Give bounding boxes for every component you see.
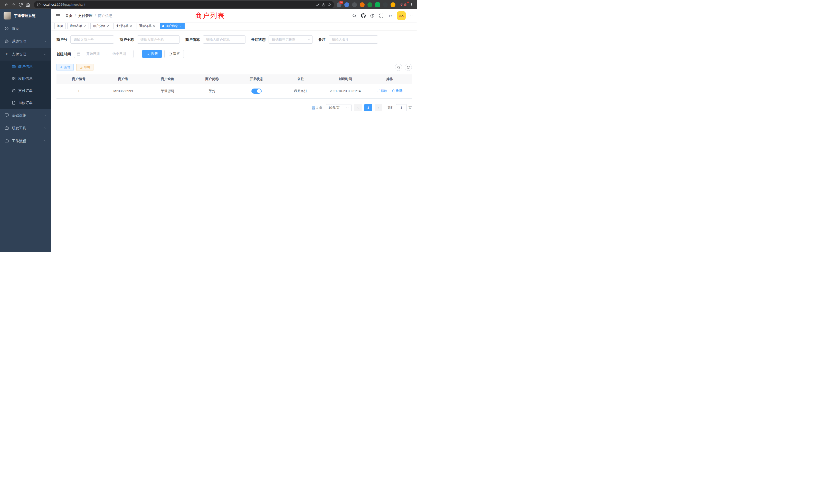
url-path: :1024/pay/merchant: [56, 3, 85, 6]
forward-button[interactable]: [10, 1, 17, 8]
extension-icon-8[interactable]: [391, 2, 395, 7]
browser-menu-button[interactable]: [409, 3, 414, 7]
breadcrumb-payment[interactable]: 支付管理: [78, 14, 92, 18]
share-icon[interactable]: [322, 3, 325, 6]
extension-icon-1[interactable]: 10: [337, 2, 342, 7]
sidebar-item-payment[interactable]: ¥ 支付管理: [0, 48, 51, 61]
hamburger-icon[interactable]: [56, 13, 61, 18]
caret-down-icon[interactable]: [410, 14, 413, 17]
grid-icon: [12, 77, 16, 81]
filter-label: 商户全称: [120, 38, 134, 42]
sidebar-item-app-info[interactable]: 应用信息: [0, 73, 51, 85]
key-icon[interactable]: [316, 3, 320, 6]
extension-icon-5[interactable]: [368, 2, 372, 7]
extension-icon-6[interactable]: [375, 2, 380, 7]
sidebar-item-label: 工作流程: [12, 139, 26, 143]
reload-button[interactable]: [17, 1, 24, 8]
chevron-down-icon: [346, 106, 349, 109]
sidebar-logo[interactable]: 芋道管理系统: [0, 9, 51, 22]
filter-label: 创建时间: [57, 52, 71, 56]
tab-process-form[interactable]: 流程表单: [67, 23, 89, 29]
close-icon[interactable]: [107, 25, 109, 27]
sidebar-item-dev-tools[interactable]: 研发工具: [0, 122, 51, 135]
extension-icon-2[interactable]: [344, 2, 349, 7]
sidebar-item-refund-order[interactable]: 退款订单: [0, 97, 51, 109]
export-button-label: 导出: [84, 65, 90, 70]
short-name-input[interactable]: [203, 36, 245, 44]
status-select[interactable]: [269, 36, 313, 44]
close-icon[interactable]: [130, 25, 132, 27]
page-size-select[interactable]: 10条/页: [326, 104, 352, 111]
edit-icon: [377, 89, 380, 92]
sidebar-item-merchant-info[interactable]: 商户信息: [0, 61, 51, 73]
reset-button[interactable]: 重置: [164, 50, 184, 58]
status-toggle[interactable]: [251, 89, 262, 94]
sidebar-item-system[interactable]: 系统管理: [0, 35, 51, 48]
current-page-button[interactable]: 1: [364, 104, 372, 111]
search-button-label: 搜索: [151, 51, 158, 56]
full-name-input[interactable]: [137, 36, 180, 44]
goto-page-input[interactable]: [396, 104, 407, 111]
fullscreen-icon[interactable]: [379, 13, 383, 18]
font-size-icon[interactable]: TT: [388, 13, 393, 18]
sidebar-item-label: 系统管理: [12, 39, 26, 44]
calendar-icon: [77, 52, 80, 56]
tab-refund-order[interactable]: 退款订单: [137, 23, 158, 29]
info-icon[interactable]: [37, 3, 41, 6]
delete-link[interactable]: 删除: [392, 89, 403, 93]
search-icon[interactable]: [352, 13, 357, 18]
bookmark-star-icon[interactable]: [327, 3, 331, 6]
tab-home[interactable]: 首页: [54, 23, 66, 29]
prev-page-button[interactable]: [354, 104, 362, 111]
create-time-range-picker[interactable]: 开始日期 - 结束日期: [74, 50, 133, 58]
export-button[interactable]: 导出: [76, 64, 93, 71]
sidebar-item-workflow[interactable]: 工作流程: [0, 135, 51, 147]
extension-icon-7[interactable]: [383, 2, 388, 7]
toolbox-icon: [5, 126, 9, 130]
plus-icon: [60, 66, 63, 69]
page-jumper: 前往 页: [388, 104, 412, 111]
sidebar-item-home[interactable]: 首页: [0, 22, 51, 35]
tab-user-group[interactable]: 用户分组: [90, 23, 112, 29]
tab-pay-order[interactable]: 支付订单: [113, 23, 135, 29]
refresh-table-button[interactable]: [405, 64, 412, 71]
app-title: 芋道管理系统: [14, 14, 36, 18]
refresh-icon: [407, 66, 410, 69]
breadcrumb-home[interactable]: 首页: [65, 14, 72, 18]
help-icon[interactable]: [370, 13, 375, 18]
search-button[interactable]: 搜索: [142, 50, 162, 58]
column-header: 操作: [368, 74, 412, 84]
add-button[interactable]: 新增: [57, 64, 74, 71]
tab-merchant-info[interactable]: 商户信息: [160, 23, 184, 29]
next-page-button[interactable]: [375, 104, 382, 111]
close-icon[interactable]: [179, 25, 182, 27]
tab-label: 首页: [57, 24, 63, 28]
gear-icon: [5, 39, 9, 43]
address-bar[interactable]: localhost:1024/pay/merchant: [34, 1, 334, 8]
tab-label: 退款订单: [139, 24, 152, 28]
close-icon[interactable]: [84, 25, 86, 27]
sidebar-item-label: 退款订单: [18, 100, 32, 105]
sidebar-item-pay-order[interactable]: 支付订单: [0, 85, 51, 97]
chevron-down-icon: [44, 114, 47, 117]
extension-icon-4[interactable]: [360, 2, 365, 7]
merchant-no-input[interactable]: [70, 36, 114, 44]
remark-input[interactable]: [329, 36, 378, 44]
update-button[interactable]: 更新: [398, 2, 409, 7]
home-button[interactable]: [24, 1, 31, 8]
close-icon[interactable]: [153, 25, 156, 27]
toggle-search-button[interactable]: [395, 64, 402, 71]
chevron-down-icon: [44, 139, 47, 142]
cell-remark: 我是备注: [279, 84, 323, 98]
extension-icon-3[interactable]: [352, 2, 357, 7]
filter-short-name: 商户简称: [185, 36, 245, 44]
sidebar-item-infrastructure[interactable]: 基础设施: [0, 109, 51, 122]
back-button[interactable]: [3, 1, 10, 8]
user-avatar[interactable]: [397, 11, 406, 20]
table-row: 1 M233666999 芋道源码 芋艿 我是备注 2021-10-23 08:…: [57, 84, 412, 98]
breadcrumb-separator: /: [75, 14, 76, 18]
edit-link[interactable]: 修改: [377, 89, 388, 93]
edit-label: 修改: [381, 89, 388, 93]
filter-full-name: 商户全称: [120, 36, 180, 44]
github-icon[interactable]: [361, 13, 366, 18]
